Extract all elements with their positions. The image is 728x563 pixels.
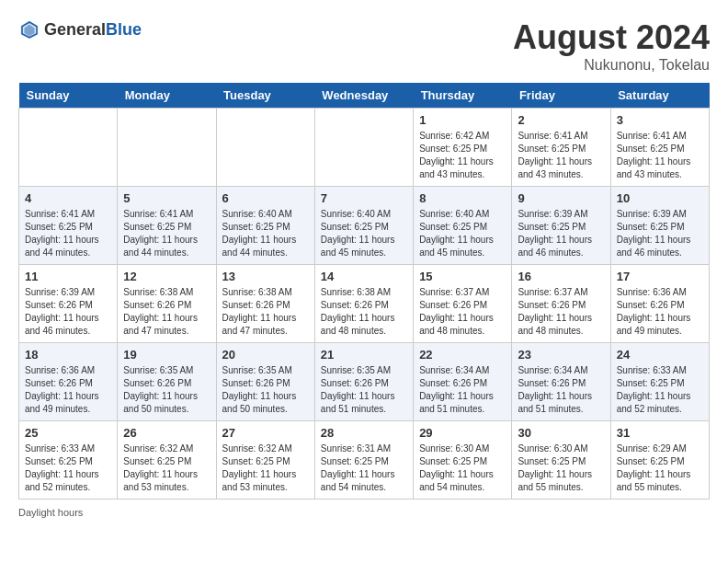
day-number: 10 xyxy=(617,191,703,205)
day-number: 26 xyxy=(123,426,210,440)
day-number: 20 xyxy=(222,348,309,362)
calendar-cell: 26Sunrise: 6:32 AM Sunset: 6:25 PM Dayli… xyxy=(118,421,216,500)
logo-text: GeneralBlue xyxy=(44,20,142,40)
calendar-cell: 25Sunrise: 6:33 AM Sunset: 6:25 PM Dayli… xyxy=(19,421,118,500)
calendar-cell: 31Sunrise: 6:29 AM Sunset: 6:25 PM Dayli… xyxy=(610,421,709,500)
title-section: August 2024 Nukunonu, Tokelau xyxy=(513,18,710,74)
calendar-cell xyxy=(314,109,413,187)
day-number: 2 xyxy=(518,113,604,127)
day-number: 6 xyxy=(222,191,309,205)
calendar-cell xyxy=(19,109,118,187)
calendar-cell: 11Sunrise: 6:39 AM Sunset: 6:26 PM Dayli… xyxy=(19,265,118,343)
day-number: 30 xyxy=(518,426,604,440)
calendar-cell: 18Sunrise: 6:36 AM Sunset: 6:26 PM Dayli… xyxy=(19,343,118,421)
cell-info: Sunrise: 6:41 AM Sunset: 6:25 PM Dayligh… xyxy=(617,130,703,181)
cell-info: Sunrise: 6:40 AM Sunset: 6:25 PM Dayligh… xyxy=(419,208,506,259)
calendar-cell: 28Sunrise: 6:31 AM Sunset: 6:25 PM Dayli… xyxy=(314,421,413,500)
calendar-cell: 7Sunrise: 6:40 AM Sunset: 6:25 PM Daylig… xyxy=(314,187,413,265)
cell-info: Sunrise: 6:37 AM Sunset: 6:26 PM Dayligh… xyxy=(518,286,604,338)
day-number: 8 xyxy=(419,191,506,205)
calendar-cell: 22Sunrise: 6:34 AM Sunset: 6:26 PM Dayli… xyxy=(414,343,512,421)
calendar-cell xyxy=(216,109,314,187)
cell-info: Sunrise: 6:38 AM Sunset: 6:26 PM Dayligh… xyxy=(321,286,407,338)
header-wednesday: Wednesday xyxy=(314,83,413,109)
day-number: 11 xyxy=(25,270,111,283)
day-number: 24 xyxy=(617,348,703,362)
calendar-cell: 4Sunrise: 6:41 AM Sunset: 6:25 PM Daylig… xyxy=(19,187,118,265)
calendar-cell: 29Sunrise: 6:30 AM Sunset: 6:25 PM Dayli… xyxy=(414,421,512,500)
cell-info: Sunrise: 6:29 AM Sunset: 6:25 PM Dayligh… xyxy=(617,442,703,494)
header-sunday: Sunday xyxy=(19,83,118,109)
cell-info: Sunrise: 6:36 AM Sunset: 6:26 PM Dayligh… xyxy=(25,364,111,416)
cell-info: Sunrise: 6:32 AM Sunset: 6:25 PM Dayligh… xyxy=(222,442,309,494)
cell-info: Sunrise: 6:38 AM Sunset: 6:26 PM Dayligh… xyxy=(123,286,210,338)
calendar-week-1: 1Sunrise: 6:42 AM Sunset: 6:25 PM Daylig… xyxy=(19,109,710,187)
header-row: Sunday Monday Tuesday Wednesday Thursday… xyxy=(19,83,710,109)
calendar-cell: 1Sunrise: 6:42 AM Sunset: 6:25 PM Daylig… xyxy=(414,109,512,187)
calendar-cell: 27Sunrise: 6:32 AM Sunset: 6:25 PM Dayli… xyxy=(216,421,314,500)
calendar-cell: 3Sunrise: 6:41 AM Sunset: 6:25 PM Daylig… xyxy=(610,109,709,187)
cell-info: Sunrise: 6:34 AM Sunset: 6:26 PM Dayligh… xyxy=(518,364,604,416)
calendar-cell: 19Sunrise: 6:35 AM Sunset: 6:26 PM Dayli… xyxy=(118,343,216,421)
day-number: 18 xyxy=(25,348,111,362)
calendar-week-4: 18Sunrise: 6:36 AM Sunset: 6:26 PM Dayli… xyxy=(19,343,710,421)
calendar-week-5: 25Sunrise: 6:33 AM Sunset: 6:25 PM Dayli… xyxy=(19,421,710,500)
day-number: 25 xyxy=(25,426,111,440)
calendar-cell: 9Sunrise: 6:39 AM Sunset: 6:25 PM Daylig… xyxy=(512,187,610,265)
location-subtitle: Nukunonu, Tokelau xyxy=(513,57,710,74)
cell-info: Sunrise: 6:39 AM Sunset: 6:25 PM Dayligh… xyxy=(617,208,703,259)
header-thursday: Thursday xyxy=(414,83,512,109)
cell-info: Sunrise: 6:30 AM Sunset: 6:25 PM Dayligh… xyxy=(518,442,604,494)
cell-info: Sunrise: 6:37 AM Sunset: 6:26 PM Dayligh… xyxy=(419,286,506,338)
cell-info: Sunrise: 6:35 AM Sunset: 6:26 PM Dayligh… xyxy=(222,364,309,416)
calendar-cell: 6Sunrise: 6:40 AM Sunset: 6:25 PM Daylig… xyxy=(216,187,314,265)
calendar-cell: 23Sunrise: 6:34 AM Sunset: 6:26 PM Dayli… xyxy=(512,343,610,421)
day-number: 4 xyxy=(25,191,111,205)
footer: Daylight hours xyxy=(18,507,710,518)
day-number: 17 xyxy=(617,270,703,283)
calendar-week-2: 4Sunrise: 6:41 AM Sunset: 6:25 PM Daylig… xyxy=(19,187,710,265)
cell-info: Sunrise: 6:34 AM Sunset: 6:26 PM Dayligh… xyxy=(419,364,506,416)
calendar-cell xyxy=(118,109,216,187)
day-number: 5 xyxy=(123,191,210,205)
logo-icon xyxy=(18,18,40,40)
cell-info: Sunrise: 6:41 AM Sunset: 6:25 PM Dayligh… xyxy=(25,208,111,259)
cell-info: Sunrise: 6:35 AM Sunset: 6:26 PM Dayligh… xyxy=(321,364,407,416)
calendar-cell: 5Sunrise: 6:41 AM Sunset: 6:25 PM Daylig… xyxy=(118,187,216,265)
logo: GeneralBlue xyxy=(18,18,142,40)
cell-info: Sunrise: 6:40 AM Sunset: 6:25 PM Dayligh… xyxy=(222,208,309,259)
cell-info: Sunrise: 6:31 AM Sunset: 6:25 PM Dayligh… xyxy=(321,442,407,494)
day-number: 3 xyxy=(617,113,703,127)
day-number: 12 xyxy=(123,270,210,283)
cell-info: Sunrise: 6:41 AM Sunset: 6:25 PM Dayligh… xyxy=(518,130,604,181)
cell-info: Sunrise: 6:33 AM Sunset: 6:25 PM Dayligh… xyxy=(25,442,111,494)
day-number: 16 xyxy=(518,270,604,283)
day-number: 22 xyxy=(419,348,506,362)
day-number: 14 xyxy=(321,270,407,283)
day-number: 13 xyxy=(222,270,309,283)
day-number: 23 xyxy=(518,348,604,362)
calendar-cell: 21Sunrise: 6:35 AM Sunset: 6:26 PM Dayli… xyxy=(314,343,413,421)
calendar-cell: 8Sunrise: 6:40 AM Sunset: 6:25 PM Daylig… xyxy=(414,187,512,265)
day-number: 15 xyxy=(419,270,506,283)
cell-info: Sunrise: 6:41 AM Sunset: 6:25 PM Dayligh… xyxy=(123,208,210,259)
cell-info: Sunrise: 6:40 AM Sunset: 6:25 PM Dayligh… xyxy=(321,208,407,259)
calendar-cell: 14Sunrise: 6:38 AM Sunset: 6:26 PM Dayli… xyxy=(314,265,413,343)
cell-info: Sunrise: 6:32 AM Sunset: 6:25 PM Dayligh… xyxy=(123,442,210,494)
day-number: 1 xyxy=(419,113,506,127)
calendar-cell: 2Sunrise: 6:41 AM Sunset: 6:25 PM Daylig… xyxy=(512,109,610,187)
day-number: 21 xyxy=(321,348,407,362)
calendar-cell: 20Sunrise: 6:35 AM Sunset: 6:26 PM Dayli… xyxy=(216,343,314,421)
cell-info: Sunrise: 6:42 AM Sunset: 6:25 PM Dayligh… xyxy=(419,130,506,181)
cell-info: Sunrise: 6:39 AM Sunset: 6:25 PM Dayligh… xyxy=(518,208,604,259)
calendar-cell: 17Sunrise: 6:36 AM Sunset: 6:26 PM Dayli… xyxy=(610,265,709,343)
calendar-cell: 30Sunrise: 6:30 AM Sunset: 6:25 PM Dayli… xyxy=(512,421,610,500)
day-number: 31 xyxy=(617,426,703,440)
calendar-cell: 13Sunrise: 6:38 AM Sunset: 6:26 PM Dayli… xyxy=(216,265,314,343)
header-monday: Monday xyxy=(118,83,216,109)
calendar-cell: 15Sunrise: 6:37 AM Sunset: 6:26 PM Dayli… xyxy=(414,265,512,343)
calendar-table: Sunday Monday Tuesday Wednesday Thursday… xyxy=(18,83,710,500)
calendar-week-3: 11Sunrise: 6:39 AM Sunset: 6:26 PM Dayli… xyxy=(19,265,710,343)
cell-info: Sunrise: 6:33 AM Sunset: 6:25 PM Dayligh… xyxy=(617,364,703,416)
day-number: 29 xyxy=(419,426,506,440)
